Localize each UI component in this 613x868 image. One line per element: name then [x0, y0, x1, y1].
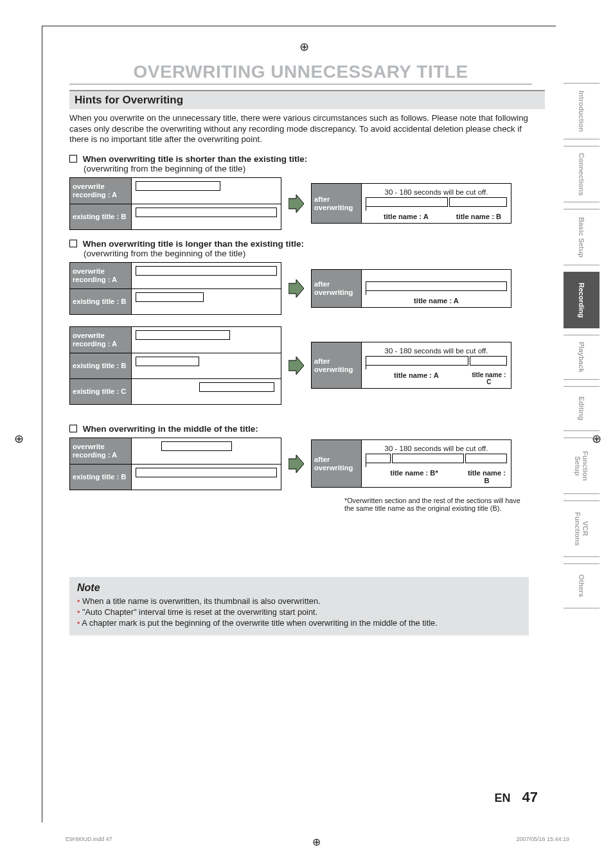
- result-title-b: title name : B: [466, 469, 507, 484]
- result-title-bstar: title name : B*: [366, 469, 463, 484]
- page-title: OVERWRITING UNNECESSARY TITLE: [69, 62, 532, 85]
- case1-bold: When overwriting title is shorter than t…: [83, 154, 308, 164]
- case2-bold: When overwriting title is longer than th…: [83, 239, 304, 249]
- footline-left: E9H90UD.indd 47: [66, 836, 112, 842]
- label-existing-c: existing title : C: [70, 378, 132, 404]
- page-footer: EN 47: [495, 789, 538, 806]
- side-tabs: Introduction Connections Basic Setup Rec…: [564, 83, 600, 608]
- print-footline: E9H90UD.indd 47 ⊕ 2007/05/16 15:44:19: [51, 836, 581, 842]
- case1-light: (overwriting from the beginning of the t…: [84, 164, 556, 173]
- tab-playback[interactable]: Playback: [564, 335, 600, 380]
- label-existing-b: existing title : B: [70, 204, 132, 229]
- page-frame: OVERWRITING UNNECESSARY TITLE Hints for …: [42, 26, 556, 822]
- case3-bold: When overwriting in the middle of the ti…: [83, 424, 258, 434]
- label-overwrite-a: overwrite recording : A: [70, 263, 132, 288]
- before-box-2a: overwrite recording : A existing title :…: [69, 262, 281, 315]
- svg-marker-2: [289, 357, 304, 375]
- result-lane-1: 30 - 180 seconds will be cut off. title …: [362, 184, 511, 223]
- arrow-icon: [288, 455, 305, 473]
- tab-introduction[interactable]: Introduction: [564, 83, 600, 139]
- after-box-3: after overwriting 30 - 180 seconds will …: [311, 439, 511, 488]
- svg-marker-0: [289, 195, 304, 213]
- footer-page: 47: [522, 789, 538, 806]
- label-after: after overwriting: [312, 440, 362, 487]
- tab-others[interactable]: Others: [564, 563, 600, 608]
- label-overwrite-a: overwrite recording : A: [70, 178, 132, 204]
- before-box-1: overwrite recording : A existing title :…: [69, 177, 281, 230]
- lane-b-1: [132, 204, 281, 229]
- case2-light: (overwriting from the beginning of the t…: [84, 249, 556, 258]
- after-box-1: after overwriting 30 - 180 seconds will …: [311, 183, 511, 224]
- tab-vcr-functions[interactable]: VCR Functions: [564, 500, 600, 557]
- label-after: after overwriting: [312, 270, 362, 307]
- note-item: When a title name is overwritten, its th…: [77, 596, 521, 606]
- label-overwrite-a: overwrite recording : A: [70, 438, 132, 464]
- after-box-2b: after overwriting 30 - 180 seconds will …: [311, 342, 511, 389]
- case1-heading: When overwriting title is shorter than t…: [69, 154, 556, 173]
- footer-lang: EN: [495, 792, 511, 805]
- cutoff-text: 30 - 180 seconds will be cut off.: [366, 188, 507, 196]
- cutoff-text: 30 - 180 seconds will be cut off.: [366, 445, 507, 452]
- arrow-icon: [288, 279, 305, 297]
- result-title-a: title name : A: [366, 371, 467, 385]
- after-box-2a: after overwriting title name : A: [311, 269, 511, 308]
- label-existing-b: existing title : B: [70, 353, 132, 378]
- scenario-1: overwrite recording : A existing title :…: [69, 177, 556, 230]
- scenario-2a: overwrite recording : A existing title :…: [69, 262, 556, 315]
- label-after: after overwriting: [312, 184, 362, 223]
- label-existing-b: existing title : B: [70, 464, 132, 490]
- case3-heading: When overwriting in the middle of the ti…: [69, 424, 556, 434]
- case2-heading: When overwriting title is longer than th…: [69, 239, 556, 258]
- section-heading: Hints for Overwriting: [69, 90, 545, 109]
- label-existing-b: existing title : B: [70, 288, 132, 314]
- tab-function-setup[interactable]: Function Setup: [564, 438, 600, 494]
- note-box: Note When a title name is overwritten, i…: [69, 577, 529, 635]
- note-item: "Auto Chapter" interval time is reset at…: [77, 607, 521, 617]
- before-box-3: overwrite recording : A existing title :…: [69, 438, 281, 490]
- crop-mark-bottom: ⊕: [312, 836, 321, 848]
- checkbox-icon: [69, 155, 77, 163]
- svg-marker-1: [289, 279, 304, 297]
- note-list: When a title name is overwritten, its th…: [77, 596, 521, 628]
- checkbox-icon: [69, 425, 77, 432]
- result-title-a: title name : A: [366, 213, 447, 220]
- tab-recording[interactable]: Recording: [564, 272, 600, 328]
- result-title-a: title name : A: [366, 297, 507, 305]
- lane-ow-1: [132, 178, 281, 204]
- label-overwrite-a: overwrite recording : A: [70, 327, 132, 353]
- footline-right: 2007/05/16 15:44:19: [516, 836, 569, 842]
- cutoff-text: 30 - 180 seconds will be cut off.: [366, 347, 507, 355]
- before-box-2b: overwrite recording : A existing title :…: [69, 326, 281, 405]
- tab-connections[interactable]: Connections: [564, 146, 600, 202]
- arrow-icon: [288, 357, 305, 375]
- arrow-icon: [288, 195, 305, 213]
- scenario-2b: overwrite recording : A existing title :…: [69, 326, 556, 405]
- scenario-3: overwrite recording : A existing title :…: [69, 438, 556, 490]
- note-item: A chapter mark is put the beginning of t…: [77, 618, 521, 628]
- note-title: Note: [77, 582, 521, 594]
- result-title-b: title name : B: [450, 213, 507, 220]
- crop-mark-left: ⊕: [14, 432, 24, 446]
- tab-editing[interactable]: Editing: [564, 386, 600, 431]
- label-after: after overwriting: [312, 342, 362, 388]
- svg-marker-3: [289, 455, 304, 473]
- tab-basic-setup[interactable]: Basic Setup: [564, 209, 600, 265]
- checkbox-icon: [69, 240, 77, 247]
- footnote: *Overwritten section and the rest of the…: [344, 497, 525, 513]
- intro-paragraph: When you overwrite on the unnecessary ti…: [69, 113, 529, 145]
- result-title-c: title name : C: [471, 371, 507, 385]
